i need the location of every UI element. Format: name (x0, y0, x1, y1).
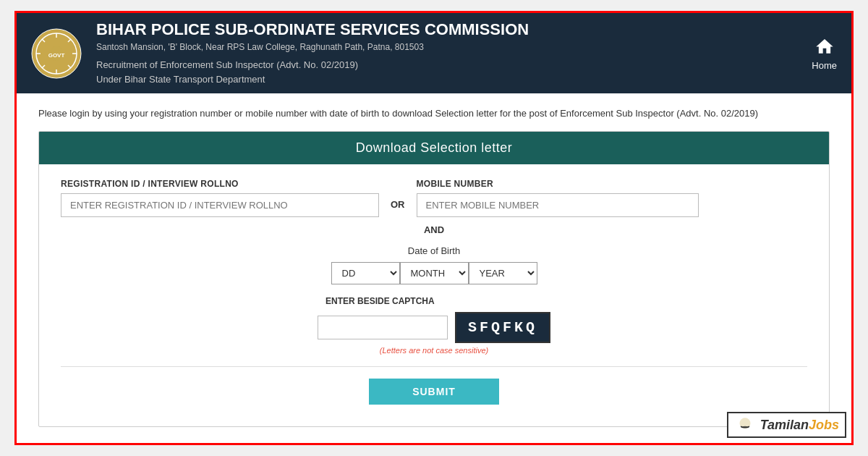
dob-day-select[interactable]: DD 010203 040506 070809 101112 131415 16… (331, 262, 400, 284)
fields-row: REGISTRATION ID / INTERVIEW ROLLNO OR MO… (61, 179, 807, 217)
header-subtitle-line2: Under Bihar State Transport Department (96, 72, 837, 87)
header-address: Santosh Mansion, 'B' Block, Near RPS Law… (96, 42, 837, 52)
header-text: BIHAR POLICE SUB-ORDINATE SERVICES COMMI… (96, 20, 837, 86)
header-title: BIHAR POLICE SUB-ORDINATE SERVICES COMMI… (96, 20, 837, 39)
divider (61, 366, 807, 367)
submit-row: SUBMIT (61, 379, 807, 405)
download-header: Download Selection letter (39, 132, 829, 164)
registration-input[interactable] (61, 193, 379, 217)
dob-year-select[interactable]: YEAR 198019811982 198319841985 198619871… (469, 262, 537, 284)
captcha-note: (Letters are not case sensitive) (380, 346, 488, 355)
home-button[interactable]: Home (812, 36, 837, 70)
header: GOVT BIHAR POLICE SUB-ORDINATE SERVICES … (17, 13, 851, 93)
and-text: AND (61, 224, 807, 235)
captcha-row: SFQFKQ (318, 312, 550, 343)
home-icon (814, 36, 835, 56)
mobile-input[interactable] (417, 193, 699, 217)
mobile-group: MOBILE NUMBER (417, 179, 699, 217)
registration-group: REGISTRATION ID / INTERVIEW ROLLNO (61, 179, 379, 217)
svg-text:GOVT: GOVT (48, 52, 65, 59)
captcha-section: ENTER BESIDE CAPTCHA SFQFKQ (Letters are… (61, 296, 807, 355)
mobile-label: MOBILE NUMBER (417, 179, 699, 189)
form-area: REGISTRATION ID / INTERVIEW ROLLNO OR MO… (39, 164, 829, 426)
submit-button[interactable]: SUBMIT (369, 379, 499, 405)
watermark-jobs: Jobs (809, 418, 839, 433)
main-content: Please login by using your registration … (17, 93, 851, 442)
captcha-label: ENTER BESIDE CAPTCHA (326, 296, 435, 306)
home-label: Home (812, 59, 837, 70)
header-subtitle-line1: Recruitment of Enforcement Sub Inspector… (96, 58, 837, 72)
intro-text: Please login by using your registration … (38, 106, 830, 121)
or-text: OR (391, 199, 405, 217)
dob-section: Date of Birth DD 010203 040506 070809 10… (61, 245, 807, 284)
download-box: Download Selection letter REGISTRATION I… (38, 131, 830, 427)
captcha-input[interactable] (318, 316, 448, 339)
dob-month-select[interactable]: MONTH JanuaryFebruaryMarch AprilMayJune … (400, 262, 469, 284)
captcha-image: SFQFKQ (455, 312, 550, 343)
dob-selects: DD 010203 040506 070809 101112 131415 16… (331, 262, 537, 284)
dob-label: Date of Birth (408, 245, 460, 256)
watermark-tamilan: Tamilan (760, 418, 809, 433)
logo: GOVT (31, 28, 82, 79)
reg-label: REGISTRATION ID / INTERVIEW ROLLNO (61, 179, 379, 189)
tamilan-jobs-icon (734, 416, 756, 434)
watermark: Tamilan Jobs (727, 412, 846, 438)
